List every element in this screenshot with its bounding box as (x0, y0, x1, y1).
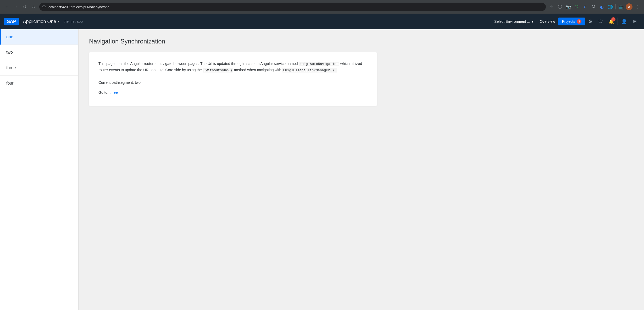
sidebar-item-three[interactable]: three (0, 60, 78, 76)
select-environment-label: Select Environment ... (494, 19, 530, 24)
shield-icon: 🛡 (598, 19, 603, 24)
settings-icon: ⚙ (588, 19, 592, 24)
sidebar-item-three-label: three (6, 65, 16, 70)
sidebar-item-four[interactable]: four (0, 76, 78, 91)
extension-green-button[interactable]: 🛡 (573, 3, 580, 10)
reload-button[interactable]: ↺ (21, 3, 28, 10)
sidebar-item-two[interactable]: two (0, 45, 78, 60)
sidebar-item-two-label: two (6, 50, 13, 54)
address-bar[interactable]: ⓘ localhost:4200/projects/pr1/nav-sync/o… (39, 3, 546, 11)
extension-m-button[interactable]: M (590, 3, 597, 10)
code-3: LuigiClient.linkManager(). (282, 68, 337, 73)
home-button[interactable]: ⌂ (30, 3, 37, 10)
cast-button[interactable]: 📺 (617, 3, 625, 10)
profile-avatar[interactable]: A (626, 3, 632, 10)
app-name-chevron: ▾ (58, 20, 59, 23)
description-paragraph: This page uses the Angular router to nav… (98, 61, 368, 73)
shell-header: SAP Application One ▾ the first app Sele… (0, 14, 644, 29)
user-icon: 👤 (621, 19, 627, 24)
sidebar-item-one[interactable]: one (0, 29, 78, 45)
page-title: Navigation Synchronization (89, 38, 634, 45)
content-card: This page uses the Angular router to nav… (89, 52, 377, 106)
shield-button[interactable]: 🛡 (596, 16, 606, 27)
browser-nav-buttons: ← → ↺ ⌂ (3, 3, 37, 10)
browser-divider (615, 4, 616, 9)
sidebar-item-one-label: one (6, 35, 13, 39)
current-segment: Current pathsegment: two (98, 80, 368, 85)
projects-badge: 3 (577, 19, 581, 24)
goto-link[interactable]: three (109, 90, 118, 95)
sap-logo[interactable]: SAP (4, 18, 19, 25)
app-name-button[interactable]: Application One ▾ (23, 19, 59, 24)
notification-badge: 17 (611, 17, 615, 21)
goto-section: Go to: three (98, 90, 368, 95)
info-button[interactable]: ⓘ (556, 3, 564, 10)
code-2: .withoutSync() (203, 68, 233, 73)
app-layout: one two three four Navigation Synchroniz… (0, 29, 644, 310)
extension-g-button[interactable]: G (581, 3, 589, 10)
forward-button[interactable]: → (12, 3, 19, 10)
goto-label: Go to: (98, 90, 108, 95)
menu-button[interactable]: ⋮ (634, 3, 641, 10)
settings-button[interactable]: ⚙ (585, 16, 596, 27)
select-environment-button[interactable]: Select Environment ... ▾ (491, 18, 537, 25)
projects-button[interactable]: Projects 3 (558, 18, 585, 25)
description-text-1: This page uses the Angular router to nav… (98, 62, 298, 66)
select-environment-chevron: ▾ (532, 19, 534, 24)
grid-button[interactable]: ⊞ (629, 16, 640, 27)
notification-button[interactable]: 🔔 17 (606, 16, 617, 27)
main-content: Navigation Synchronization This page use… (79, 29, 644, 310)
sidebar-item-four-label: four (6, 81, 14, 85)
description-text-3: method when navigating with (234, 68, 281, 72)
grid-icon: ⊞ (633, 19, 637, 24)
app-subtitle: the first app (64, 19, 83, 24)
code-1: LuigiAutoNavigation (299, 62, 339, 66)
browser-chrome: ← → ↺ ⌂ ⓘ localhost:4200/projects/pr1/na… (0, 0, 644, 14)
user-button[interactable]: 👤 (619, 16, 629, 27)
overview-button[interactable]: Overview (537, 18, 558, 25)
extension-globe-button[interactable]: 🌐 (607, 3, 614, 10)
projects-label: Projects (562, 19, 575, 24)
screenshot-button[interactable]: 📷 (565, 3, 572, 10)
secure-icon: ⓘ (42, 5, 46, 9)
back-button[interactable]: ← (3, 3, 10, 10)
shell-divider-1 (618, 18, 618, 25)
app-name-label: Application One (23, 19, 56, 24)
extension-blue-button[interactable]: ◐ (598, 3, 606, 10)
url-text: localhost:4200/projects/pr1/nav-sync/one (48, 5, 109, 9)
sidebar: one two three four (0, 29, 79, 310)
browser-actions: ☆ ⓘ 📷 🛡 G M ◐ 🌐 📺 A ⋮ (548, 3, 641, 10)
bookmark-button[interactable]: ☆ (548, 3, 555, 10)
